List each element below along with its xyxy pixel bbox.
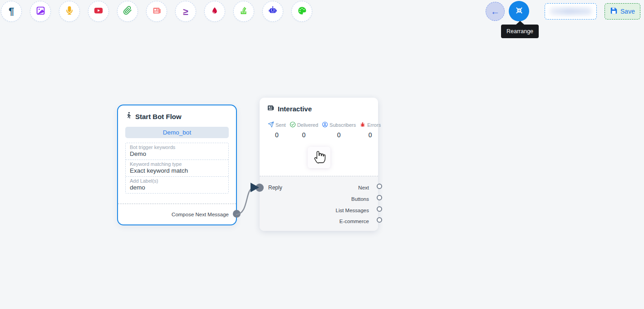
- robot-icon: [268, 5, 278, 17]
- reply-input-port[interactable]: [256, 184, 264, 192]
- toolbar-card-button[interactable]: [146, 1, 167, 22]
- compress-arrows-icon: [515, 6, 524, 17]
- send-icon: [268, 121, 274, 129]
- bot-name-pill[interactable]: Demo_bot: [125, 127, 229, 138]
- youtube-video-icon: [93, 5, 103, 17]
- image-icon: [36, 6, 45, 17]
- interactive-node-header: Interactive: [267, 104, 371, 113]
- interactive-node-ports: Reply Next Buttons List Messages E-comme…: [260, 176, 378, 231]
- keyword-matching-label: Keyword matching type: [130, 161, 224, 167]
- add-labels-value: demo: [130, 184, 224, 191]
- start-bot-flow-node[interactable]: Start Bot Flow Demo_bot Bot trigger keyw…: [117, 105, 237, 225]
- stat-delivered-value: 0: [302, 131, 305, 139]
- stack-icon: [239, 6, 248, 17]
- rearrange-tooltip: Rearrange: [501, 25, 539, 38]
- keyword-matching-value: Exact keyword match: [130, 167, 224, 174]
- rearrange-button[interactable]: [509, 1, 529, 21]
- save-button[interactable]: Save: [605, 3, 640, 20]
- stat-sent: Sent 0: [268, 121, 286, 139]
- next-port-label: Next: [358, 184, 369, 192]
- trigger-keywords-field[interactable]: Bot trigger keywords Demo: [126, 143, 228, 159]
- greater-equal-icon: ≥: [183, 7, 188, 16]
- start-node-output-port[interactable]: [233, 210, 241, 218]
- stat-sent-label: Sent: [275, 122, 286, 128]
- stat-delivered: Delivered 0: [290, 121, 318, 139]
- subscriber-icon: [322, 121, 328, 129]
- trigger-keywords-value: Demo: [130, 150, 224, 157]
- toolbar-theme-button[interactable]: [291, 1, 312, 22]
- stat-errors-label: Errors: [367, 122, 381, 128]
- arrow-left-icon: ←: [491, 6, 500, 17]
- interactive-stats: Sent 0 Delivered 0 Subscribers: [268, 121, 378, 139]
- stat-subscribers: Subscribers 0: [322, 121, 356, 139]
- trigger-keywords-label: Bot trigger keywords: [130, 145, 224, 150]
- stat-sent-value: 0: [275, 131, 279, 139]
- keyword-matching-field[interactable]: Keyword matching type Exact keyword matc…: [126, 159, 228, 176]
- palette-icon: [297, 6, 307, 17]
- ecommerce-output-port[interactable]: [377, 217, 382, 223]
- hand-pointer-cursor: [314, 148, 327, 166]
- toolbar-text-button[interactable]: ¶: [1, 1, 22, 22]
- newspaper-icon: [267, 104, 275, 113]
- interactive-node-title: Interactive: [278, 105, 312, 113]
- floppy-save-icon: [610, 7, 618, 16]
- toolbar-stack-button[interactable]: [233, 1, 254, 22]
- flow-canvas[interactable]: ¶ ≥: [0, 0, 644, 309]
- stat-errors-value: 0: [369, 131, 372, 139]
- toolbar-audio-button[interactable]: [59, 1, 80, 22]
- toolbar-drip-button[interactable]: [204, 1, 225, 22]
- compose-next-message-label: Compose Next Message: [172, 212, 229, 217]
- newspaper-card-icon: [152, 6, 162, 17]
- start-node-fields: Bot trigger keywords Demo Keyword matchi…: [125, 143, 229, 194]
- toolbar-bot-button[interactable]: [262, 1, 283, 22]
- next-output-port[interactable]: [377, 184, 382, 189]
- compose-next-message-action[interactable]: Compose Next Message: [118, 204, 236, 224]
- node-toolbar: ¶ ≥: [1, 1, 312, 22]
- paperclip-file-icon: [123, 6, 132, 17]
- start-node-title: Start Bot Flow: [135, 113, 182, 120]
- toolbar-image-button[interactable]: [30, 1, 51, 22]
- add-labels-field[interactable]: Add Label(s) demo: [126, 176, 228, 193]
- ecommerce-port-label: E-commerce: [339, 218, 369, 225]
- blurred-flow-name: [550, 8, 592, 15]
- start-node-header: Start Bot Flow: [125, 112, 229, 121]
- stat-delivered-label: Delivered: [297, 122, 318, 128]
- bug-icon: [359, 121, 366, 129]
- add-labels-label: Add Label(s): [130, 178, 224, 184]
- check-circle-icon: [290, 121, 296, 129]
- save-button-label: Save: [620, 8, 635, 15]
- interactive-node[interactable]: Interactive Sent 0 Delivered: [260, 98, 378, 231]
- back-button[interactable]: ←: [486, 2, 505, 21]
- toolbar-condition-button[interactable]: ≥: [175, 1, 196, 22]
- buttons-output-port[interactable]: [377, 195, 382, 200]
- person-walking-icon: [125, 112, 132, 121]
- reply-port-label: Reply: [268, 184, 282, 191]
- droplet-icon: [211, 6, 219, 17]
- stat-errors: Errors 0: [359, 121, 381, 139]
- list-messages-port-label: List Messages: [335, 207, 369, 214]
- microphone-icon: [65, 6, 74, 17]
- stat-subscribers-value: 0: [337, 131, 341, 139]
- stat-subscribers-label: Subscribers: [329, 122, 356, 128]
- pilcrow-text-icon: ¶: [9, 6, 14, 16]
- flow-name-field[interactable]: [545, 3, 597, 20]
- buttons-port-label: Buttons: [351, 195, 369, 203]
- toolbar-file-button[interactable]: [117, 1, 138, 22]
- list-messages-output-port[interactable]: [377, 206, 382, 212]
- toolbar-video-button[interactable]: [88, 1, 109, 22]
